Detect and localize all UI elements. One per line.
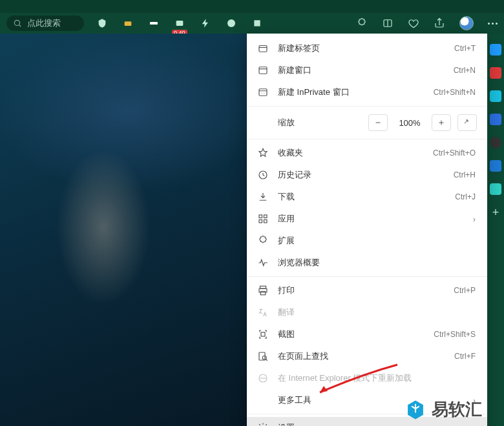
- svg-rect-1: [125, 21, 132, 26]
- menu-find[interactable]: 在页面上查找 Ctrl+F: [247, 345, 487, 367]
- screenshot-icon: [257, 329, 269, 340]
- label: 新建 InPrivate 窗口: [278, 86, 425, 98]
- toolbar-right: [356, 16, 498, 30]
- svg-rect-8: [259, 67, 267, 74]
- tab-strip: [0, 0, 504, 13]
- menu-favorites[interactable]: 收藏夹 Ctrl+Shift+O: [247, 142, 487, 164]
- ext-icon-3[interactable]: [226, 18, 236, 28]
- toolbar-extensions: 0.40: [97, 18, 262, 28]
- svg-rect-12: [264, 215, 268, 218]
- menu-history[interactable]: 历史记录 Ctrl+H: [247, 164, 487, 186]
- ie-icon: [257, 372, 269, 384]
- svg-rect-5: [254, 20, 260, 26]
- more-button[interactable]: [488, 23, 498, 25]
- ext-icon-badge[interactable]: 0.40: [174, 18, 185, 28]
- svg-point-0: [14, 20, 19, 25]
- label: 新建标签页: [278, 43, 445, 54]
- ext-icon-2[interactable]: [149, 18, 159, 28]
- tab-icon: [257, 43, 269, 54]
- side-icon-5[interactable]: [490, 137, 501, 148]
- svg-rect-7: [259, 46, 267, 52]
- side-add-icon[interactable]: +: [492, 207, 499, 218]
- menu-downloads[interactable]: 下载 Ctrl+J: [247, 186, 487, 208]
- watermark-text: 易软汇: [432, 398, 482, 421]
- search-icon: [13, 19, 22, 28]
- svg-rect-13: [259, 220, 262, 223]
- label: 历史记录: [278, 169, 445, 181]
- ext-icon-1[interactable]: [123, 18, 133, 28]
- heart-icon[interactable]: [408, 17, 419, 29]
- side-icon-6[interactable]: [490, 160, 501, 172]
- shortcut: Ctrl+J: [455, 192, 476, 201]
- star-icon: [257, 147, 269, 159]
- zoom-out-button[interactable]: [368, 114, 388, 131]
- label: 设置: [278, 422, 476, 426]
- label: 应用: [278, 213, 464, 225]
- watermark: 易软汇: [404, 398, 482, 421]
- label: 在 Internet Explorer 模式下重新加载: [278, 372, 476, 384]
- shield-icon[interactable]: [97, 18, 107, 28]
- side-icon-7[interactable]: [490, 183, 501, 195]
- side-icon-2[interactable]: [490, 67, 501, 79]
- side-icon-4[interactable]: [490, 114, 501, 125]
- menu-print[interactable]: 打印 Ctrl+P: [247, 279, 487, 301]
- menu-browser-essentials[interactable]: 浏览器概要: [247, 252, 487, 274]
- zoom-label: 缩放: [257, 117, 362, 128]
- share-icon[interactable]: [434, 17, 445, 29]
- puzzle-icon: [257, 235, 269, 247]
- svg-rect-14: [264, 220, 268, 223]
- shortcut: Ctrl+Shift+O: [433, 148, 476, 157]
- menu-new-tab[interactable]: 新建标签页 Ctrl+T: [247, 37, 487, 59]
- blank-icon: [257, 394, 269, 406]
- search-placeholder: 点此搜索: [27, 17, 61, 29]
- gear-icon: [257, 422, 269, 426]
- label: 扩展: [278, 235, 476, 247]
- separator: [247, 139, 487, 139]
- svg-point-20: [262, 356, 266, 360]
- search-box[interactable]: 点此搜索: [6, 15, 84, 31]
- history-icon: [257, 169, 269, 181]
- inprivate-icon: [257, 86, 269, 98]
- find-icon: [257, 350, 269, 362]
- overflow-menu: 新建标签页 Ctrl+T 新建窗口 Ctrl+N 新建 InPrivate 窗口…: [247, 34, 487, 426]
- side-icon-1[interactable]: [490, 44, 501, 56]
- menu-translate: 翻译: [247, 301, 487, 323]
- pulse-icon: [257, 257, 269, 269]
- svg-rect-9: [259, 89, 267, 96]
- ext-icon-4[interactable]: [252, 18, 262, 28]
- bolt-icon[interactable]: [200, 18, 211, 28]
- shortcut: Ctrl+H: [454, 170, 476, 179]
- label: 翻译: [278, 307, 476, 318]
- svg-rect-11: [259, 215, 262, 218]
- fullscreen-button[interactable]: [457, 114, 477, 131]
- label: 在页面上查找: [278, 350, 445, 362]
- menu-zoom: 缩放 100%: [247, 109, 487, 136]
- menu-new-window[interactable]: 新建窗口 Ctrl+N: [247, 59, 487, 81]
- menu-extensions[interactable]: 扩展: [247, 230, 487, 252]
- svg-rect-3: [176, 21, 184, 26]
- menu-new-inprivate[interactable]: 新建 InPrivate 窗口 Ctrl+Shift+N: [247, 81, 487, 103]
- shortcut: Ctrl+Shift+S: [434, 330, 476, 339]
- translate-icon: [257, 307, 269, 318]
- svg-rect-19: [259, 352, 265, 360]
- svg-point-4: [227, 19, 235, 27]
- menu-ie-mode: 在 Internet Explorer 模式下重新加载: [247, 367, 487, 389]
- puzzle-icon[interactable]: [356, 17, 368, 29]
- menu-screenshot[interactable]: 截图 Ctrl+Shift+S: [247, 323, 487, 345]
- split-icon[interactable]: [382, 17, 394, 29]
- avatar[interactable]: [459, 16, 474, 30]
- menu-apps[interactable]: 应用 ›: [247, 208, 487, 230]
- separator: [247, 106, 487, 107]
- svg-rect-18: [261, 332, 265, 336]
- label: 收藏夹: [278, 147, 424, 159]
- label: 新建窗口: [278, 65, 445, 76]
- zoom-in-button[interactable]: [432, 114, 451, 131]
- label: 浏览器概要: [278, 257, 476, 269]
- shortcut: Ctrl+Shift+N: [434, 88, 476, 97]
- download-icon: [257, 191, 269, 203]
- side-icon-3[interactable]: [490, 90, 501, 102]
- label: 下载: [278, 191, 446, 203]
- svg-rect-2: [150, 22, 158, 25]
- side-panel: +: [487, 34, 504, 426]
- shortcut: Ctrl+T: [454, 44, 476, 53]
